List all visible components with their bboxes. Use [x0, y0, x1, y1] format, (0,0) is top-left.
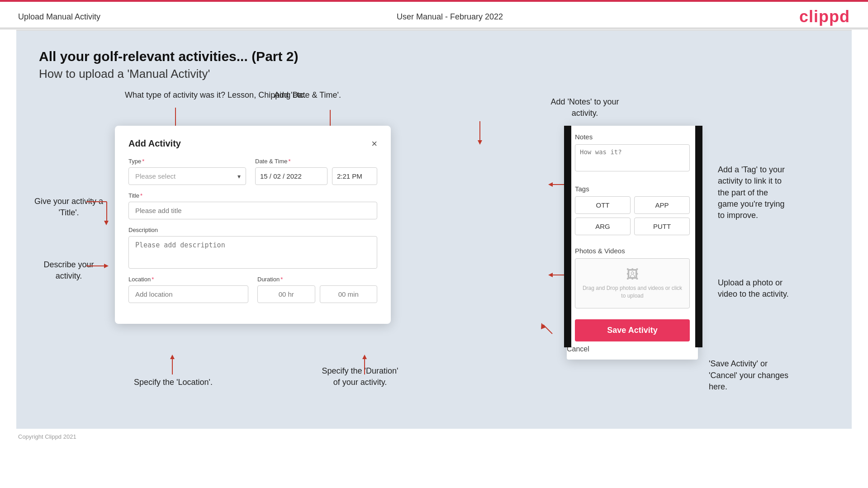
save-activity-button[interactable]: Save Activity: [575, 319, 690, 341]
duration-label: Duration*: [257, 276, 377, 283]
tags-section: Tags OTT APP ARG PUTT: [567, 178, 698, 240]
duration-group: Duration*: [257, 276, 377, 303]
svg-marker-17: [548, 182, 553, 187]
location-input[interactable]: [128, 285, 248, 303]
location-group: Location*: [128, 276, 248, 303]
date-input[interactable]: [255, 167, 327, 185]
main-content: All your golf-relevant activities... (Pa…: [16, 31, 852, 429]
photos-upload-area[interactable]: 🖼 Drag and Drop photos and videos or cli…: [575, 258, 690, 308]
annotation-tag: Add a 'Tag' to your activity to link it …: [718, 153, 835, 221]
type-label: Type*: [128, 158, 246, 165]
svg-line-20: [543, 325, 552, 334]
date-time-group: Date & Time*: [255, 158, 377, 185]
svg-marker-19: [548, 273, 553, 277]
description-group: Description: [128, 227, 377, 269]
tag-ott[interactable]: OTT: [575, 196, 631, 214]
notes-input[interactable]: [575, 144, 690, 171]
tag-app[interactable]: APP: [634, 196, 690, 214]
type-select-wrapper: Please select: [128, 167, 246, 185]
required-star-duration: *: [280, 276, 283, 283]
close-button[interactable]: ×: [371, 139, 377, 149]
phone-sidebar-right: [695, 126, 702, 347]
date-time-label: Date & Time*: [255, 158, 377, 165]
annotation-title: Give your activity a 'Title'.: [33, 185, 105, 219]
notes-label: Notes: [575, 133, 690, 141]
photos-label: Photos & Videos: [575, 247, 690, 255]
phone-panel: Notes Tags OTT APP ARG PUTT Photos & Vid…: [567, 126, 698, 360]
annotation-save: 'Save Activity' or 'Cancel' your changes…: [709, 347, 835, 393]
location-label: Location*: [128, 276, 248, 283]
annotation-upload: Upload a photo or video to the activity.: [718, 266, 835, 300]
required-star-location: *: [152, 276, 154, 283]
dialog-header: Add Activity ×: [128, 138, 377, 149]
title-input[interactable]: [128, 202, 377, 219]
copyright: Copyright Clippd 2021: [0, 429, 868, 445]
tag-putt[interactable]: PUTT: [634, 218, 690, 235]
photos-upload-text: Drag and Drop photos and videos or click…: [580, 284, 685, 300]
photos-section: Photos & Videos 🖼 Drag and Drop photos a…: [567, 240, 698, 313]
tags-grid: OTT APP ARG PUTT: [575, 196, 690, 235]
dialog-title: Add Activity: [128, 138, 181, 149]
description-label: Description: [128, 227, 377, 233]
annotation-desc: Describe your activity.: [33, 248, 105, 282]
duration-inputs: [257, 285, 377, 303]
title-group: Title*: [128, 192, 377, 219]
duration-hr-input[interactable]: [257, 285, 315, 303]
title-label: Title*: [128, 192, 377, 199]
required-star-title: *: [140, 192, 142, 199]
annotation-duration: Specify the 'Duration' of your activity.: [310, 354, 410, 388]
photo-icon: 🖼: [580, 267, 685, 282]
time-input[interactable]: [332, 167, 377, 185]
type-group: Type* Please select: [128, 158, 246, 185]
add-activity-dialog: Add Activity × Type* Please select Date …: [115, 126, 391, 324]
form-row-location-duration: Location* Duration*: [128, 276, 377, 303]
svg-marker-15: [478, 140, 482, 145]
logo: clippd: [799, 7, 850, 26]
svg-marker-21: [541, 323, 545, 329]
section-subtitle: How to upload a 'Manual Activity': [39, 67, 829, 81]
top-bar: Upload Manual Activity User Manual - Feb…: [0, 2, 868, 30]
page-title: Upload Manual Activity: [18, 12, 100, 22]
section-title: All your golf-relevant activities... (Pa…: [39, 49, 829, 64]
phone-sidebar-left: [564, 126, 571, 347]
duration-min-input[interactable]: [320, 285, 378, 303]
tag-arg[interactable]: ARG: [575, 218, 631, 235]
required-star-date: *: [289, 158, 291, 165]
svg-marker-7: [104, 221, 109, 225]
form-row-type-date: Type* Please select Date & Time*: [128, 158, 377, 185]
svg-marker-11: [170, 355, 175, 359]
type-select[interactable]: Please select: [128, 167, 246, 185]
description-textarea[interactable]: [128, 236, 377, 269]
tags-label: Tags: [575, 185, 690, 193]
notes-section: Notes: [567, 126, 698, 178]
annotation-notes: Add 'Notes' to your activity.: [544, 85, 626, 119]
doc-title: User Manual - February 2022: [397, 12, 503, 22]
annotation-location: Specify the 'Location'.: [134, 377, 213, 388]
required-star-type: *: [142, 158, 144, 165]
date-time-inputs: [255, 167, 377, 185]
annotation-date: Add 'Date & Time'.: [274, 90, 341, 101]
